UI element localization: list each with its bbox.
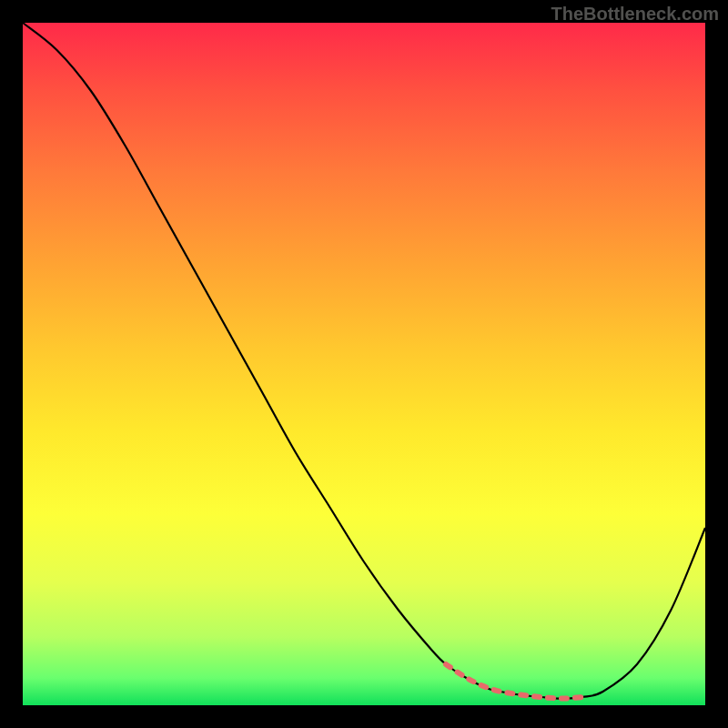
- chart-flat-segment-highlight: [446, 664, 582, 699]
- watermark-text: TheBottleneck.com: [551, 4, 719, 25]
- chart-curve-layer: [23, 23, 705, 705]
- chart-line-series: [23, 23, 705, 699]
- chart-plot-area: [23, 23, 705, 705]
